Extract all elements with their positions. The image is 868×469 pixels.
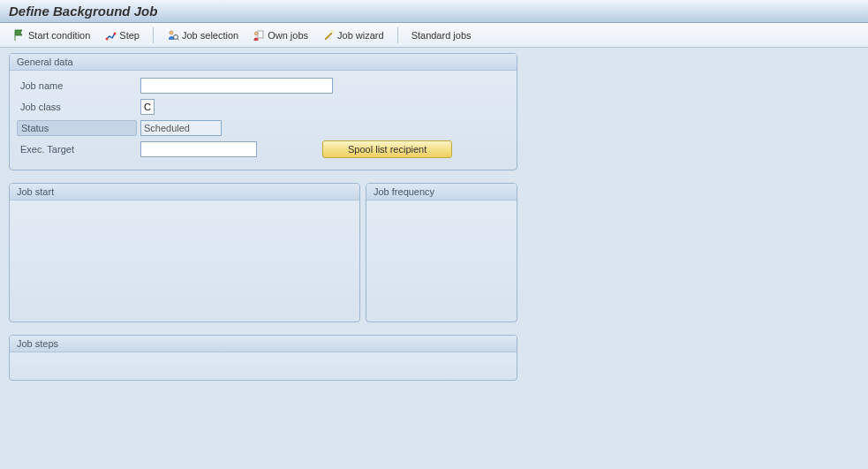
- spool-list-recipient-button[interactable]: Spool list recipient: [322, 140, 452, 158]
- person-doc-icon: [253, 29, 265, 42]
- svg-point-3: [173, 34, 177, 39]
- toolbar: Start condition Step Job selection Own j…: [0, 23, 868, 48]
- group-header: Job start: [10, 184, 359, 200]
- step-icon: [104, 29, 117, 42]
- job-frequency-group: Job frequency: [366, 183, 517, 322]
- group-header: General data: [10, 54, 517, 71]
- content-area: General data Job name Job class Status E…: [0, 48, 868, 398]
- flag-icon: [13, 29, 26, 42]
- step-button[interactable]: Step: [98, 26, 146, 44]
- toolbar-label: Start condition: [28, 30, 90, 41]
- general-data-group: General data Job name Job class Status E…: [9, 53, 517, 170]
- group-header: Job frequency: [366, 184, 517, 200]
- toolbar-separator: [153, 27, 154, 43]
- start-condition-button[interactable]: Start condition: [7, 26, 96, 44]
- title-bar: Define Background Job: [0, 0, 868, 23]
- standard-jobs-button[interactable]: Standard jobs: [405, 27, 478, 43]
- svg-point-2: [170, 31, 173, 34]
- toolbar-label: Own jobs: [268, 30, 308, 41]
- job-steps-group: Job steps: [9, 335, 517, 381]
- job-wizard-button[interactable]: Job wizard: [316, 26, 390, 44]
- toolbar-label: Standard jobs: [411, 30, 472, 41]
- wizard-icon: [322, 29, 335, 42]
- toolbar-label: Job selection: [182, 30, 238, 41]
- svg-point-1: [114, 32, 117, 34]
- toolbar-label: Step: [119, 30, 140, 41]
- job-start-body: [10, 200, 359, 215]
- group-header: Job steps: [10, 336, 517, 352]
- own-jobs-button[interactable]: Own jobs: [246, 26, 314, 44]
- status-field: [140, 120, 222, 136]
- page-title: Define Background Job: [9, 4, 157, 19]
- toolbar-label: Job wizard: [337, 30, 384, 41]
- exec-target-label: Exec. Target: [17, 142, 140, 156]
- exec-target-input[interactable]: [140, 141, 257, 157]
- job-frequency-body: [366, 200, 517, 215]
- job-selection-button[interactable]: Job selection: [161, 26, 245, 44]
- job-class-label: Job class: [17, 100, 140, 114]
- person-search-icon: [167, 29, 179, 42]
- svg-line-4: [177, 39, 179, 41]
- toolbar-separator: [397, 27, 398, 43]
- job-steps-body: [10, 352, 517, 367]
- svg-rect-5: [258, 31, 263, 38]
- job-start-group: Job start: [9, 183, 360, 322]
- svg-point-0: [106, 37, 109, 40]
- job-name-input[interactable]: [140, 78, 333, 94]
- svg-point-6: [254, 32, 258, 35]
- status-label: Status: [17, 120, 137, 136]
- job-class-input[interactable]: [140, 99, 155, 115]
- job-name-label: Job name: [17, 79, 140, 93]
